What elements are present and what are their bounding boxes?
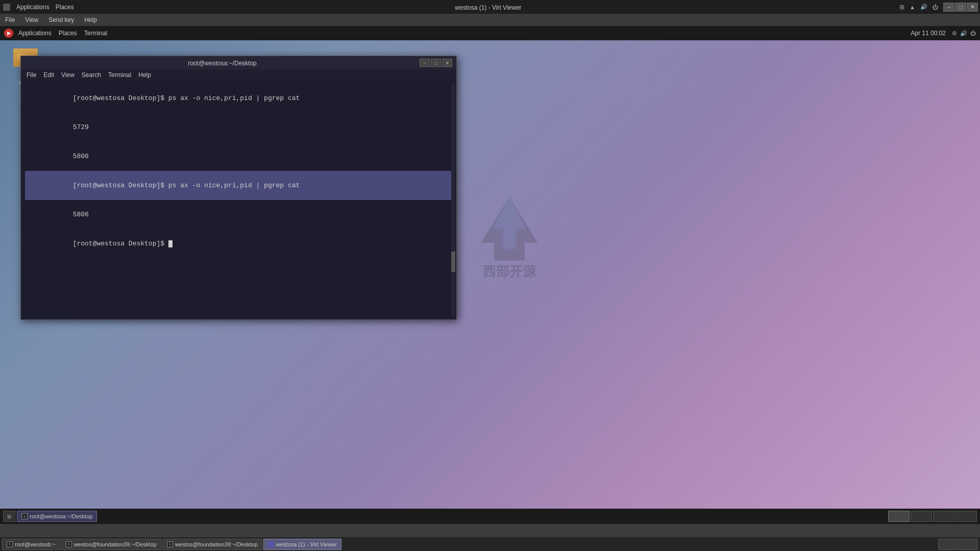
vm-top-panel: ▶ Applications Places Terminal Apr 11 00… — [0, 26, 980, 40]
output-1: 5729 — [73, 123, 89, 131]
host-taskbar: $ root@westosb:~ $ westos@foundation39:~… — [0, 537, 980, 551]
vm-desktop: ▶ Applications Places Terminal Apr 11 00… — [0, 26, 980, 524]
vm-applications-menu[interactable]: Applications — [15, 29, 55, 38]
term-menu-terminal[interactable]: Terminal — [105, 71, 135, 79]
vm-taskbar-apps-btn[interactable]: ⊞ — [3, 511, 15, 522]
host-task-item-1[interactable]: $ root@westosb:~ — [2, 539, 60, 550]
vm-taskbar: ⊞ $ root@westosa:~/Desktop — [0, 509, 980, 524]
command-2: ps ax -o nice,pri,pid | pgrep cat — [168, 182, 300, 189]
terminal-window: root@westosa:~/Desktop − □ ✕ File Edit V… — [20, 56, 457, 320]
terminal-titlebar: root@westosa:~/Desktop − □ ✕ — [21, 56, 456, 69]
host-task-item-4[interactable]: westosa (1) - Virt Viewer — [263, 539, 341, 550]
vm-display: ▶ Applications Places Terminal Apr 11 00… — [0, 26, 980, 524]
output-3: 5806 — [73, 211, 89, 218]
terminal-body[interactable]: [root@westosa Desktop]$ ps ax -o nice,pr… — [21, 81, 456, 319]
vm-app-icon: ▶ — [4, 29, 13, 38]
close-button[interactable]: ✕ — [967, 3, 978, 12]
term-menu-edit[interactable]: Edit — [40, 71, 58, 79]
host-task-label-3: westos@foundation39:~/Desktop — [175, 541, 258, 547]
terminal-line-2: 5729 — [25, 113, 452, 142]
output-2: 5806 — [73, 153, 89, 160]
host-app-icon — [3, 4, 10, 11]
host-task-label-1: root@westosb:~ — [15, 541, 56, 547]
term-menu-file[interactable]: File — [23, 71, 40, 79]
terminal-cursor — [168, 240, 173, 247]
terminal-line-6: [root@westosa Desktop]$ — [25, 229, 452, 258]
host-menu-file[interactable]: File — [0, 15, 20, 24]
vm-power-icon[interactable]: ⏻ — [970, 30, 976, 37]
term-menu-search[interactable]: Search — [78, 71, 105, 79]
vm-places-menu[interactable]: Places — [56, 29, 80, 38]
host-task-item-2[interactable]: $ westos@foundation39:~/Desktop — [61, 539, 161, 550]
vm-workspace-4[interactable] — [955, 511, 977, 522]
terminal-line-1: [root@westosa Desktop]$ ps ax -o nice,pr… — [25, 84, 452, 113]
terminal-maximize-btn[interactable]: □ — [431, 59, 441, 67]
wifi-icon: ▲ — [910, 4, 915, 10]
vm-task-terminal[interactable]: $ root@westosa:~/Desktop — [17, 511, 97, 522]
host-menu-help[interactable]: Help — [79, 15, 102, 24]
host-window-title: westosa (1) - Virt Viewer — [455, 4, 521, 11]
terminal-minimize-btn[interactable]: − — [420, 59, 430, 67]
host-applications-label[interactable]: Applications — [13, 4, 53, 11]
vm-workspace-3[interactable] — [933, 511, 954, 522]
svg-marker-1 — [492, 196, 527, 250]
terminal-line-5: 5806 — [25, 200, 452, 229]
terminal-menubar: File Edit View Search Terminal Help — [21, 69, 456, 81]
resize-icon: ⊞ — [899, 4, 904, 11]
host-task-label-4: westosa (1) - Virt Viewer — [276, 541, 337, 547]
vm-settings-icon[interactable]: ⚙ — [952, 30, 957, 37]
power-icon: ⏻ — [933, 4, 938, 10]
host-menu-view[interactable]: View — [20, 15, 43, 24]
svg-marker-0 — [481, 196, 537, 260]
terminal-title: root@westosa:~/Desktop — [188, 60, 257, 67]
terminal-scrollbar[interactable] — [451, 83, 455, 317]
terminal-close-btn[interactable]: ✕ — [442, 59, 452, 67]
host-menu-sendkey[interactable]: Send key — [43, 15, 79, 24]
prompt-2: [root@westosa Desktop]$ — [73, 182, 168, 189]
watermark-text: 西部开源 — [476, 262, 543, 280]
prompt-1: [root@westosa Desktop]$ — [73, 94, 168, 102]
volume-icon: 🔊 — [920, 4, 927, 10]
vm-watermark: 西部开源 — [476, 194, 543, 280]
command-1: ps ax -o nice,pri,pid | pgrep cat — [168, 94, 300, 102]
terminal-line-3: 5806 — [25, 142, 452, 171]
vm-workspace-boxes — [888, 511, 977, 522]
vm-task-label: root@westosa:~/Desktop — [30, 513, 92, 519]
maximize-button[interactable]: □ — [955, 3, 966, 12]
vm-volume-icon[interactable]: 🔊 — [960, 30, 967, 37]
vm-datetime: Apr 11 00:02 — [911, 30, 946, 37]
svg-marker-2 — [494, 196, 525, 247]
minimize-button[interactable]: − — [943, 3, 954, 12]
vm-terminal-menu[interactable]: Terminal — [81, 29, 110, 38]
vm-workspace-2[interactable] — [911, 511, 932, 522]
host-places-label[interactable]: Places — [53, 4, 77, 11]
host-taskbar-box-2[interactable] — [959, 539, 978, 550]
terminal-line-4: [root@westosa Desktop]$ ps ax -o nice,pr… — [25, 171, 452, 200]
prompt-3: [root@westosa Desktop]$ — [73, 240, 168, 247]
vm-workspace-1[interactable] — [888, 511, 910, 522]
term-menu-help[interactable]: Help — [135, 71, 155, 79]
host-taskbar-box-1[interactable] — [938, 539, 958, 550]
term-menu-view[interactable]: View — [58, 71, 78, 79]
host-task-item-3[interactable]: $ westos@foundation39:~/Desktop — [162, 539, 262, 550]
vm-desktop-content: rc... Tr... — [0, 40, 980, 509]
host-task-label-2: westos@foundation39:~/Desktop — [74, 541, 157, 547]
terminal-scrollbar-thumb[interactable] — [451, 252, 455, 272]
